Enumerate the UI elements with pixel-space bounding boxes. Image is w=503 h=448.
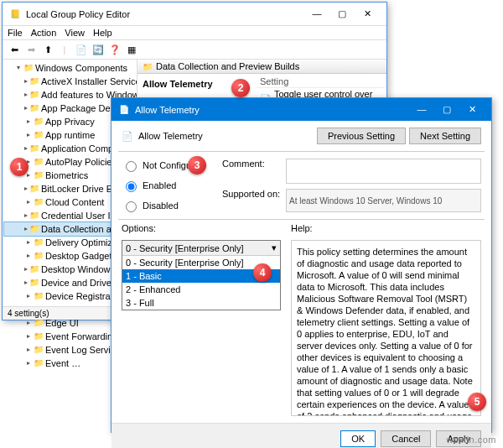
forward-icon[interactable]: ➡ (24, 43, 38, 56)
comment-label: Comment: (222, 159, 281, 169)
list-header: 📁 Data Collection and Preview Builds (137, 60, 386, 74)
previous-setting-button[interactable]: Previous Setting (317, 128, 406, 144)
gpedit-icon: 📒 (9, 8, 21, 20)
options-label: Options: (122, 223, 281, 233)
tree-root[interactable]: ▾📁 Windows Components (4, 61, 135, 75)
combo-option[interactable]: 3 - Full (122, 296, 280, 310)
folder-icon: 📁 (23, 61, 34, 75)
dialog-title: Allow Telemetry (135, 105, 409, 115)
desc-title: Allow Telemetry (143, 79, 213, 89)
menu-file[interactable]: File (8, 28, 23, 38)
gpedit-titlebar[interactable]: 📒 Local Group Policy Editor — ▢ ✕ (3, 3, 386, 26)
combo-option[interactable]: 2 - Enhanced (122, 283, 280, 296)
ok-button[interactable]: OK (340, 430, 376, 447)
column-header-setting[interactable]: Setting (257, 76, 385, 88)
help-paragraph-1: This policy setting determines the amoun… (297, 246, 475, 416)
tree-item[interactable]: ▸📁ActiveX Installer Service (4, 75, 135, 88)
close-button[interactable]: ✕ (355, 7, 380, 21)
combo-selected: 0 - Security [Enterprise Only] (126, 243, 244, 253)
menubar: File Action View Help (3, 26, 386, 40)
radio-enabled[interactable]: Enabled (122, 179, 214, 192)
watermark: wsxdn.com (446, 435, 496, 445)
supported-label: Supported on: (222, 189, 281, 199)
supported-on-box: At least Windows 10 Server, Windows 10 (286, 189, 481, 212)
dlg-maximize-button[interactable]: ▢ (434, 102, 459, 117)
minimize-button[interactable]: — (304, 7, 329, 21)
folder-icon: 📁 (143, 62, 153, 71)
up-icon[interactable]: ⬆ (41, 43, 54, 56)
page-icon: 📄 (122, 131, 133, 142)
menu-action[interactable]: Action (31, 28, 57, 38)
dialog-titlebar[interactable]: 📄 Allow Telemetry — ▢ ✕ (111, 98, 491, 121)
marker-2: 2 (231, 79, 250, 97)
gpedit-title: Local Group Policy Editor (26, 9, 304, 19)
dlg-minimize-button[interactable]: — (409, 102, 434, 117)
marker-1: 1 (10, 158, 29, 176)
filter-icon[interactable]: ▦ (125, 43, 138, 56)
tool-icon[interactable]: 📄 (75, 43, 88, 56)
chevron-down-icon[interactable]: ▾ (272, 242, 277, 253)
back-icon[interactable]: ⬅ (8, 43, 21, 56)
cancel-button[interactable]: Cancel (381, 430, 431, 447)
menu-help[interactable]: Help (93, 28, 112, 38)
marker-3: 3 (188, 156, 206, 175)
dialog-subtitle: 📄 Allow Telemetry (122, 131, 203, 142)
comment-input[interactable] (286, 159, 481, 184)
help-icon[interactable]: ❓ (108, 43, 122, 56)
telemetry-dialog: 📄 Allow Telemetry — ▢ ✕ 📄 Allow Telemetr… (111, 97, 492, 433)
help-panel: This policy setting determines the amoun… (291, 240, 481, 416)
help-label: Help: (291, 223, 450, 233)
dialog-icon: 📄 (118, 104, 130, 116)
menu-view[interactable]: View (65, 28, 85, 38)
marker-4: 4 (253, 263, 272, 282)
dlg-close-button[interactable]: ✕ (459, 102, 485, 117)
next-setting-button[interactable]: Next Setting (409, 128, 481, 144)
maximize-button[interactable]: ▢ (329, 7, 355, 21)
toolbar: ⬅ ➡ ⬆ | 📄 🔄 ❓ ▦ (3, 40, 386, 60)
refresh-icon[interactable]: 🔄 (91, 43, 105, 56)
marker-5: 5 (468, 393, 486, 411)
radio-disabled[interactable]: Disabled (122, 199, 214, 212)
